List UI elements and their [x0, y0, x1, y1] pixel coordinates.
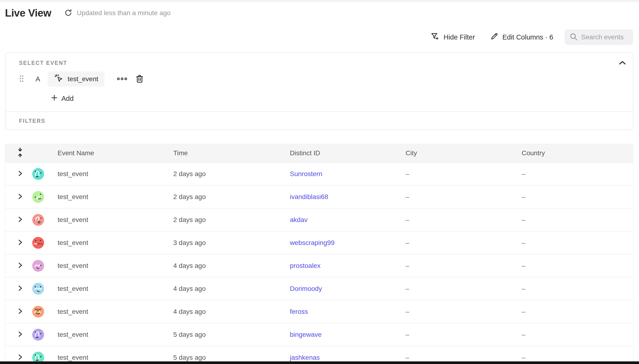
row-time: 2 days ago	[169, 193, 285, 201]
row-distinct-id-link[interactable]: ivandiblasi68	[290, 193, 328, 200]
table-row: test_event 2 days ago ivandiblasi68 – –	[5, 186, 633, 208]
drag-handle[interactable]	[19, 74, 25, 84]
add-button-label: Add	[61, 95, 74, 102]
collapse-rows-header-cell[interactable]	[5, 147, 27, 159]
row-time: 5 days ago	[169, 331, 285, 338]
expand-row-button[interactable]	[17, 239, 23, 246]
filters-label: FILTERS	[19, 118, 46, 124]
search-icon	[569, 32, 578, 42]
collapse-rows-icon	[16, 152, 24, 159]
row-distinct-id-link[interactable]: bingewave	[290, 331, 322, 338]
column-header-distinct-id[interactable]: Distinct ID	[285, 149, 401, 157]
chevron-up-icon	[618, 60, 626, 66]
row-city: –	[401, 331, 517, 338]
add-event-button[interactable]: Add	[51, 93, 74, 104]
row-distinct-id-link[interactable]: webscraping99	[290, 239, 334, 246]
delete-event-button[interactable]	[135, 74, 144, 84]
row-chevron-icon	[17, 193, 23, 201]
search-box	[565, 29, 633, 45]
row-city: –	[401, 239, 517, 246]
row-event-name: test_event	[53, 331, 169, 338]
edit-columns-button[interactable]: Edit Columns · 6	[490, 32, 553, 42]
row-distinct-id-link[interactable]: jashkenas	[290, 354, 320, 361]
row-chevron-icon	[17, 354, 23, 362]
event-step-letter: A	[36, 75, 40, 83]
row-event-name: test_event	[53, 262, 169, 270]
expand-row-button[interactable]	[17, 193, 23, 201]
row-city: –	[401, 285, 517, 292]
row-distinct-id-link[interactable]: Sunrostern	[290, 170, 322, 178]
row-chevron-icon	[17, 331, 23, 338]
row-time: 4 days ago	[169, 285, 285, 292]
column-header-time[interactable]: Time	[169, 149, 285, 157]
expand-row-button[interactable]	[17, 308, 23, 316]
more-options-icon	[116, 76, 128, 82]
edit-columns-label: Edit Columns · 6	[503, 33, 553, 41]
row-chevron-icon	[17, 308, 23, 316]
table-row: test_event 4 days ago feross – –	[5, 300, 633, 323]
expand-row-button[interactable]	[17, 216, 23, 224]
event-query-row: A test_event	[19, 72, 633, 86]
row-city: –	[401, 193, 517, 201]
events-table: Event Name Time Distinct ID City Country…	[5, 144, 633, 364]
row-chevron-icon	[17, 285, 23, 292]
row-event-name: test_event	[53, 285, 169, 292]
row-country: –	[517, 193, 633, 201]
row-country: –	[517, 170, 633, 178]
table-row: test_event 2 days ago akdav – –	[5, 208, 633, 232]
row-chevron-icon	[17, 239, 23, 246]
row-event-name: test_event	[53, 216, 169, 224]
row-chevron-icon	[17, 170, 23, 178]
table-row: test_event 2 days ago Sunrostern – –	[5, 162, 633, 186]
toolbar: Hide Filter Edit Columns · 6	[430, 29, 633, 46]
row-distinct-id-link[interactable]: feross	[290, 308, 308, 315]
row-time: 2 days ago	[169, 170, 285, 178]
updated-status: Updated less than a minute ago	[77, 9, 170, 17]
page-header: Live View Updated less than a minute ago	[5, 7, 171, 19]
expand-row-button[interactable]	[17, 285, 23, 292]
page-title: Live View	[5, 7, 51, 19]
row-time: 4 days ago	[169, 308, 285, 316]
table-row: test_event 5 days ago bingewave – –	[5, 323, 633, 346]
row-chevron-icon	[17, 262, 23, 270]
row-chevron-icon	[17, 216, 23, 224]
column-header-country[interactable]: Country	[517, 149, 633, 157]
expand-row-button[interactable]	[17, 170, 23, 178]
column-header-event-name[interactable]: Event Name	[53, 149, 169, 157]
row-country: –	[517, 308, 633, 316]
filters-section: FILTERS	[6, 112, 633, 130]
table-row: test_event 3 days ago webscraping99 – –	[5, 232, 633, 254]
row-city: –	[401, 308, 517, 316]
row-distinct-id-link[interactable]: Dorimoody	[290, 285, 322, 292]
expand-row-button[interactable]	[17, 331, 23, 338]
query-builder-card: SELECT EVENT A test_event	[5, 52, 633, 130]
row-distinct-id-link[interactable]: prostoalex	[290, 262, 320, 269]
row-city: –	[401, 216, 517, 224]
row-event-name: test_event	[53, 193, 169, 201]
event-more-options-button[interactable]	[116, 76, 128, 82]
trash-icon	[135, 74, 144, 84]
search-input[interactable]	[581, 33, 628, 41]
row-country: –	[517, 354, 633, 362]
row-event-name: test_event	[53, 239, 169, 246]
row-event-name: test_event	[53, 170, 169, 178]
row-city: –	[401, 354, 517, 362]
row-city: –	[401, 262, 517, 270]
table-row: test_event 4 days ago Dorimoody – –	[5, 278, 633, 300]
bottom-edge-strip	[0, 362, 639, 364]
selected-event-chip[interactable]: test_event	[48, 72, 104, 86]
refresh-icon	[64, 8, 73, 18]
row-event-name: test_event	[53, 308, 169, 316]
row-distinct-id-link[interactable]: akdav	[290, 216, 308, 224]
column-header-city[interactable]: City	[401, 149, 517, 157]
expand-row-button[interactable]	[17, 354, 23, 362]
table-header-row: Event Name Time Distinct ID City Country	[5, 144, 633, 162]
expand-row-button[interactable]	[17, 262, 23, 270]
plus-icon	[51, 94, 58, 103]
collapse-select-event-button[interactable]	[617, 58, 628, 68]
hide-filter-button[interactable]: Hide Filter	[430, 32, 475, 43]
select-event-section: SELECT EVENT A test_event	[6, 53, 633, 104]
refresh-button[interactable]	[63, 8, 74, 18]
hide-filter-label: Hide Filter	[444, 33, 475, 41]
row-event-name: test_event	[53, 354, 169, 362]
